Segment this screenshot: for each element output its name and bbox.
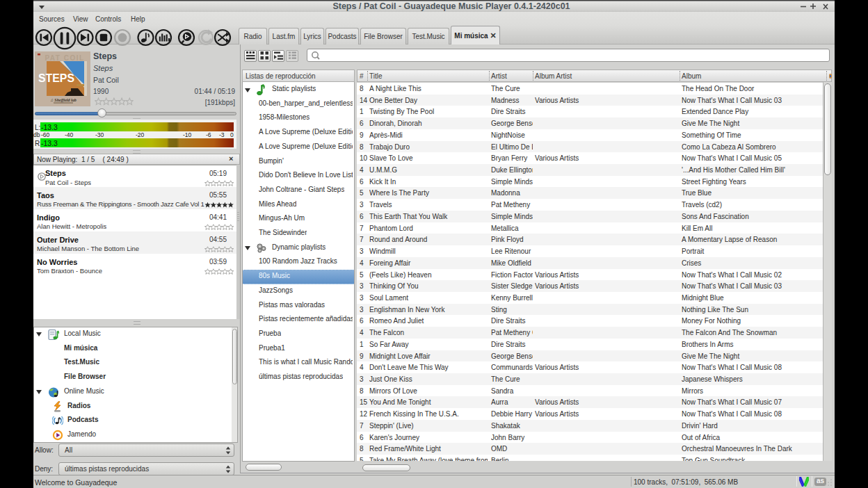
svg-text:♫ Sheffield lab: ♫ Sheffield lab — [50, 98, 76, 102]
svg-text:STEPS: STEPS — [38, 72, 74, 85]
svg-text:PAT COIL: PAT COIL — [45, 54, 84, 62]
